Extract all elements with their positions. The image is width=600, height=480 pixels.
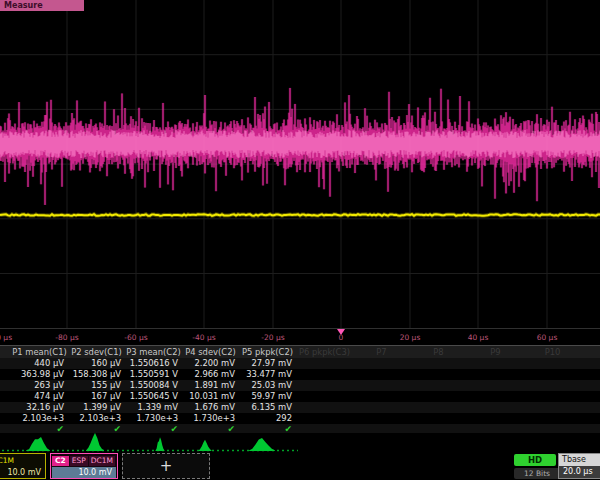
param-header[interactable]: P1 mean(C1) — [12, 346, 69, 358]
histicon-peak — [156, 437, 165, 451]
table-cell: 160 µV — [69, 358, 126, 369]
c2-bw-badge: ESP — [70, 456, 88, 466]
histicon-peak — [199, 440, 212, 451]
table-cell: 1.339 mV — [126, 402, 183, 413]
channel-c2-descriptor[interactable]: C2 ESP DC1M 10.0 mV — [50, 453, 118, 479]
oscilloscope-screen: Measure -100 µs-80 µs-60 µs-40 µs-20 µs0… — [0, 0, 600, 480]
c2-label: C2 — [52, 456, 69, 466]
waveform-traces — [0, 0, 600, 328]
param-header[interactable]: P9 — [468, 346, 525, 358]
timebase-axis: -100 µs-80 µs-60 µs-40 µs-20 µs020 µs40 … — [0, 329, 600, 345]
table-cell: 155 µV — [69, 380, 126, 391]
status-check-icon: ✔ — [12, 424, 69, 433]
tbase-value: 20.0 µs — [559, 466, 600, 478]
table-cell: 2.200 mV — [183, 358, 240, 369]
table-cell: 1.891 mV — [183, 380, 240, 391]
param-header[interactable]: P10 — [525, 346, 582, 358]
c1-trace — [0, 214, 600, 216]
param-header[interactable]: P3 mean(C2) — [126, 346, 183, 358]
table-cell: 1.399 µV — [69, 402, 126, 413]
hd-mode-badge[interactable]: HD — [514, 454, 556, 466]
c1-coupling-badge: DC1M — [0, 456, 16, 466]
table-cell: 167 µV — [69, 391, 126, 402]
timebase-descriptor[interactable]: Tbase 20.0 µs — [558, 453, 600, 479]
c2-coupling-badge: DC1M — [89, 456, 115, 466]
param-header[interactable]: P5 pkpk(C2) — [240, 346, 297, 358]
param-header[interactable]: P7 — [354, 346, 411, 358]
time-tick-label: -60 µs — [124, 333, 147, 342]
status-check-icon: ✔ — [183, 424, 240, 433]
table-cell: 2.103e+3 — [12, 413, 69, 424]
time-tick-label: 40 µs — [468, 333, 489, 342]
table-cell: 158.308 µV — [69, 369, 126, 380]
param-header[interactable]: P11 — [582, 346, 600, 358]
time-tick-label: 60 µs — [537, 333, 558, 342]
resolution-bits-label: 12 Bits — [514, 468, 560, 479]
time-tick-label: -20 µs — [261, 333, 284, 342]
c1-vertical-scale: 10.0 mV — [0, 467, 45, 478]
table-cell: 1.730e+3 — [126, 413, 183, 424]
table-cell: 25.03 mV — [240, 380, 297, 391]
histicon-peak — [249, 438, 275, 451]
table-cell: 2.966 mV — [183, 369, 240, 380]
table-cell: 32.16 µV — [12, 402, 69, 413]
histicon-peak — [26, 437, 50, 451]
param-header[interactable]: P4 sdev(C2) — [183, 346, 240, 358]
table-cell: 440 µV — [12, 358, 69, 369]
table-cell: 1.550084 V — [126, 380, 183, 391]
histicon-peak — [86, 433, 104, 451]
table-cell: 27.97 mV — [240, 358, 297, 369]
parameter-histicons — [0, 433, 300, 452]
table-cell: 1.550616 V — [126, 358, 183, 369]
table-cell: 10.031 mV — [183, 391, 240, 402]
status-check-icon: ✔ — [240, 424, 297, 433]
status-check-icon: ✔ — [69, 424, 126, 433]
time-tick-label: 0 — [339, 333, 344, 342]
table-cell: 1.730e+3 — [183, 413, 240, 424]
table-cell: 59.97 mV — [240, 391, 297, 402]
param-header[interactable]: P6 pkpk(C3) — [297, 346, 354, 358]
time-tick-label: -80 µs — [55, 333, 78, 342]
channel-c1-descriptor[interactable]: C1 DC1M 10.0 mV — [0, 453, 46, 479]
table-cell: 2.103e+3 — [69, 413, 126, 424]
measure-menu-badge[interactable]: Measure — [0, 0, 84, 11]
descriptor-bar: C1 DC1M 10.0 mV C2 ESP DC1M 10.0 mV + HD… — [0, 453, 600, 480]
param-header[interactable]: P2 sdev(C1) — [69, 346, 126, 358]
table-cell: 1.550591 V — [126, 369, 183, 380]
table-cell: 292 — [240, 413, 297, 424]
measure-table: P1 mean(C1)P2 sdev(C1)P3 mean(C2)P4 sdev… — [0, 345, 600, 433]
time-tick-label: -40 µs — [192, 333, 215, 342]
param-header[interactable]: P8 — [411, 346, 468, 358]
table-cell: 1.550645 V — [126, 391, 183, 402]
waveform-grid: Measure — [0, 0, 600, 329]
table-cell: 6.135 mV — [240, 402, 297, 413]
table-cell: 1.676 mV — [183, 402, 240, 413]
add-trace-button[interactable]: + — [122, 453, 210, 479]
table-cell: 263 µV — [12, 380, 69, 391]
tbase-label: Tbase — [559, 454, 600, 466]
table-cell: 474 µV — [12, 391, 69, 402]
status-check-icon: ✔ — [126, 424, 183, 433]
time-tick-label: 20 µs — [400, 333, 421, 342]
c2-vertical-scale: 10.0 mV — [52, 467, 116, 478]
table-cell: 363.98 µV — [12, 369, 69, 380]
table-cell: 33.477 mV — [240, 369, 297, 380]
time-tick-label: -100 µs — [0, 333, 12, 342]
histicon-strip — [0, 433, 300, 452]
